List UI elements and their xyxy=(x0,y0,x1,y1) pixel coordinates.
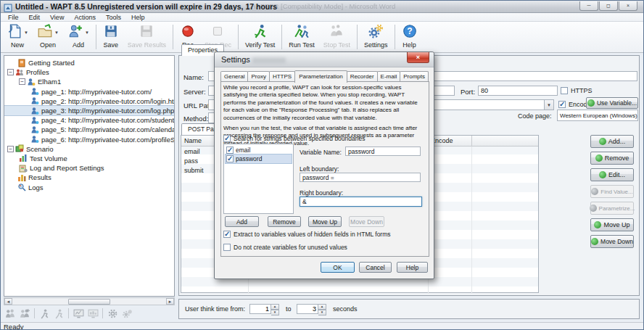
collapse-expander[interactable]: − xyxy=(7,69,14,75)
spinner-down-arrow[interactable]: ▼ xyxy=(318,310,326,315)
think-time-to-spinner[interactable]: 3 ▲▼ xyxy=(297,304,326,314)
boundary-variables-list[interactable]: email password xyxy=(223,144,294,214)
email-checkbox[interactable] xyxy=(226,147,234,154)
table-row-email[interactable]: email xyxy=(184,148,200,155)
table-row-pass[interactable]: pass xyxy=(184,157,198,165)
menu-help[interactable]: Help xyxy=(126,14,150,21)
tree-item-page-1[interactable]: page_1: http://myprivatee-tutor.com/ xyxy=(4,87,174,96)
menu-view[interactable]: View xyxy=(45,14,69,21)
help-dialog-button[interactable]: Help xyxy=(397,262,428,273)
search-boundaries-checkbox-row[interactable]: Search for strings between specified bou… xyxy=(223,135,365,142)
spinner-down-arrow[interactable]: ▼ xyxy=(271,310,279,315)
scrollbar-thumb[interactable] xyxy=(68,299,110,305)
tree-item-elham1[interactable]: − Elham1 xyxy=(4,77,174,86)
param-add-button[interactable]: Add... xyxy=(590,135,634,148)
close-button[interactable]: × xyxy=(619,1,637,11)
column-header-name[interactable]: Name xyxy=(184,137,202,144)
param-move-up-button[interactable]: Move Up xyxy=(590,218,634,231)
scroll-left-arrow[interactable]: ◄ xyxy=(4,298,12,305)
dialog-close-button[interactable]: × xyxy=(407,52,429,63)
open-button[interactable]: ▼ Open xyxy=(33,22,63,51)
add-dropdown-arrow[interactable]: ▼ xyxy=(85,30,89,35)
redaction-blur xyxy=(252,57,286,63)
new-dropdown-arrow[interactable]: ▼ xyxy=(24,30,28,35)
unused-values-checkbox[interactable] xyxy=(223,244,231,251)
users-add-icon[interactable] xyxy=(18,308,31,320)
ok-button[interactable]: OK xyxy=(321,262,355,273)
tree-item-test-volume[interactable]: Test Volume xyxy=(4,154,174,163)
chevron-down-icon[interactable]: ▼ xyxy=(637,110,638,120)
tree-item-getting-started[interactable]: Getting Started xyxy=(4,58,174,67)
tree-item-page-3[interactable]: page_3: http://myprivatee-tutor.com/log.… xyxy=(4,106,174,115)
gear-icon[interactable] xyxy=(106,308,119,320)
right-boundary-input[interactable]: & xyxy=(300,197,422,207)
scroll-right-arrow[interactable]: ► xyxy=(166,298,174,305)
runner-stop-icon[interactable] xyxy=(52,308,65,320)
unused-values-checkbox-row[interactable]: Do not create variables for unused value… xyxy=(223,244,347,251)
tree-item-logs[interactable]: Logs xyxy=(4,182,174,191)
users-icon[interactable] xyxy=(4,308,17,320)
left-boundary-input[interactable]: password = xyxy=(300,173,421,182)
monitor-report-icon[interactable] xyxy=(86,308,99,320)
record-icon xyxy=(180,23,196,42)
https-checkbox-row[interactable]: HTTPS xyxy=(561,87,593,94)
tree-horizontal-scrollbar[interactable]: ◄ ► xyxy=(4,297,175,305)
tree-item-log-report-settings[interactable]: Log and Report Settings xyxy=(4,163,174,173)
spinner-up-arrow[interactable]: ▲ xyxy=(318,304,326,310)
settings-button[interactable]: Settings xyxy=(360,22,392,51)
menu-actions[interactable]: Actions xyxy=(69,14,101,21)
collapse-expander[interactable]: − xyxy=(7,146,14,152)
list-item-password[interactable]: password xyxy=(226,154,292,163)
extract-hidden-fields-checkbox[interactable] xyxy=(223,231,231,238)
list-item-email[interactable]: email xyxy=(226,146,292,154)
code-page-combo[interactable]: Western European (Windows)▼ xyxy=(557,110,638,121)
dialog-titlebar: Settings xyxy=(215,52,434,67)
tree-item-page-2[interactable]: page_2: http://myprivatee-tutor.com/logi… xyxy=(4,96,174,106)
collapse-expander[interactable]: − xyxy=(19,78,25,85)
tree-item-page-6[interactable]: page_6: http://myprivatee-tutor.com/prof… xyxy=(4,135,174,144)
cancel-button[interactable]: Cancel xyxy=(359,262,392,273)
minimize-button[interactable]: ─ xyxy=(579,1,598,11)
menu-edit[interactable]: Edit xyxy=(24,14,46,21)
search-boundaries-checkbox[interactable] xyxy=(223,135,231,142)
maximize-button[interactable]: ◻ xyxy=(599,1,618,11)
run-test-button[interactable]: Run Test xyxy=(284,22,318,51)
tree-item-page-5[interactable]: page_5: http://myprivatee-tutor.com/cale… xyxy=(4,125,174,134)
think-time-from-value[interactable]: 1 xyxy=(249,304,271,314)
use-variable-button[interactable]: Use Variable... xyxy=(586,97,638,109)
variable-name-input[interactable]: password xyxy=(345,147,421,156)
boundary-remove-button[interactable]: Remove xyxy=(268,216,301,227)
think-time-to-value[interactable]: 3 xyxy=(297,304,318,314)
tree-item-profiles[interactable]: − Profiles xyxy=(4,67,174,77)
tree-item-scenario[interactable]: − Scenario xyxy=(4,144,174,154)
think-time-from-spinner[interactable]: 1 ▲▼ xyxy=(249,304,279,314)
add-button[interactable]: ▼ Add xyxy=(63,22,94,51)
extract-hidden-fields-checkbox-row[interactable]: Extract to variables values of hidden fi… xyxy=(223,231,391,238)
menu-file[interactable]: File xyxy=(3,14,24,21)
param-move-down-button[interactable]: Move Down xyxy=(590,235,634,248)
tree-item-results[interactable]: Results xyxy=(4,173,174,182)
new-button[interactable]: ▼ New xyxy=(2,22,33,51)
table-row-submit[interactable]: submit xyxy=(184,167,204,174)
find-value-icon xyxy=(591,188,598,195)
verify-test-button[interactable]: Verify Test xyxy=(241,22,279,51)
https-checkbox[interactable] xyxy=(561,87,568,94)
help-button[interactable]: ? Help xyxy=(397,22,422,51)
monitor-chart-icon[interactable] xyxy=(72,308,85,320)
open-dropdown-arrow[interactable]: ▼ xyxy=(54,30,59,35)
tree-item-page-4[interactable]: page_4: http://myprivatee-tutor.com/stud… xyxy=(4,115,174,125)
encode-checkbox[interactable] xyxy=(558,101,566,108)
param-remove-button[interactable]: Remove xyxy=(590,152,634,165)
runner-icon[interactable] xyxy=(38,308,51,320)
tab-parameterization[interactable]: Parameterization xyxy=(294,70,347,83)
menu-tools[interactable]: Tools xyxy=(101,14,126,21)
param-edit-button[interactable]: Edit... xyxy=(590,168,634,181)
boundary-move-up-button[interactable]: Move Up xyxy=(308,216,342,227)
gears-icon[interactable] xyxy=(120,308,133,320)
chevron-down-icon[interactable]: ▼ xyxy=(544,100,553,110)
boundary-add-button[interactable]: Add xyxy=(225,216,259,227)
save-button[interactable]: Save xyxy=(99,22,123,51)
password-checkbox[interactable] xyxy=(226,155,234,162)
spinner-up-arrow[interactable]: ▲ xyxy=(271,304,279,310)
port-input[interactable]: 80 xyxy=(478,86,558,96)
